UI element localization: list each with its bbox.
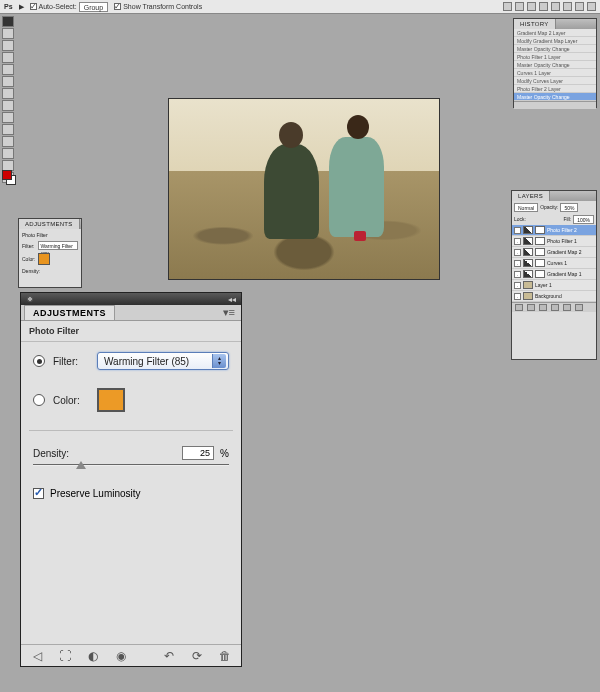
opacity-value[interactable]: 50% bbox=[560, 203, 578, 212]
history-tab[interactable]: History bbox=[514, 19, 556, 29]
history-row[interactable]: Photo Filter 1 Layer bbox=[514, 53, 596, 61]
history-row[interactable]: Modify Gradient Map Layer bbox=[514, 37, 596, 45]
history-list[interactable]: OpenDrag LayerGradient Map 1 LayerCustom… bbox=[514, 29, 596, 101]
document-canvas[interactable] bbox=[168, 98, 440, 280]
history-row[interactable]: Photo Filter 2 Layer bbox=[514, 85, 596, 93]
slider-knob[interactable] bbox=[76, 461, 86, 469]
density-slider[interactable] bbox=[33, 464, 229, 466]
preserve-luminosity-checkbox[interactable] bbox=[33, 488, 44, 499]
history-row[interactable]: Gradient Map 2 Layer bbox=[514, 29, 596, 37]
mini-filter-dropdown[interactable]: Warming Filter (85) bbox=[38, 241, 79, 250]
history-row[interactable]: Modify Curves Layer bbox=[514, 77, 596, 85]
brush-tool[interactable] bbox=[2, 88, 14, 99]
back-icon[interactable]: ◁ bbox=[29, 649, 45, 663]
density-input[interactable]: 25 bbox=[182, 446, 214, 460]
layer-row[interactable]: ·Gradient Map 1 bbox=[512, 269, 596, 280]
gradient-tool[interactable] bbox=[2, 124, 14, 135]
align-icon[interactable] bbox=[503, 2, 512, 11]
adjustments-mini-panel: Adjustments Photo Filter Filter: Warming… bbox=[18, 218, 82, 288]
mini-color-swatch[interactable] bbox=[38, 253, 50, 265]
layer-name: Photo Filter 2 bbox=[547, 227, 577, 233]
adjustments-tab[interactable]: ADJUSTMENTS bbox=[24, 305, 115, 320]
auto-select-checkbox[interactable] bbox=[30, 3, 37, 10]
align-icon[interactable] bbox=[551, 2, 560, 11]
color-label: Color: bbox=[53, 395, 89, 406]
visibility-toggle[interactable]: · bbox=[514, 293, 521, 300]
fill-value[interactable]: 100% bbox=[573, 215, 594, 224]
visibility-toggle[interactable]: · bbox=[514, 282, 521, 289]
move-tool[interactable] bbox=[2, 16, 14, 27]
filter-dropdown-value: Warming Filter (85) bbox=[104, 356, 189, 367]
visibility-toggle[interactable]: · bbox=[514, 249, 521, 256]
visibility-toggle[interactable]: · bbox=[514, 260, 521, 267]
color-swatch[interactable] bbox=[97, 388, 125, 412]
layer-name: Background bbox=[535, 293, 562, 299]
align-icon[interactable] bbox=[527, 2, 536, 11]
history-row[interactable]: Master Opacity Change bbox=[514, 93, 596, 101]
adjustments-panel: ◂◂ ADJUSTMENTS ▾≡ Photo Filter Filter: W… bbox=[20, 292, 242, 667]
history-row[interactable]: Master Opacity Change bbox=[514, 45, 596, 53]
mini-density-label: Density: bbox=[22, 268, 40, 274]
panel-titlebar[interactable]: ◂◂ bbox=[21, 293, 241, 305]
layer-row[interactable]: ·Background bbox=[512, 291, 596, 302]
stamp-tool[interactable] bbox=[2, 100, 14, 111]
collapse-icon[interactable]: ◂◂ bbox=[228, 295, 236, 304]
eraser-tool[interactable] bbox=[2, 112, 14, 123]
new-layer-icon[interactable] bbox=[563, 304, 571, 311]
layer-row[interactable]: ·Gradient Map 2 bbox=[512, 247, 596, 258]
layer-name: Gradient Map 1 bbox=[547, 271, 581, 277]
align-icon[interactable] bbox=[563, 2, 572, 11]
layer-row[interactable]: ·Curves 1 bbox=[512, 258, 596, 269]
wand-tool[interactable] bbox=[2, 52, 14, 63]
expand-icon[interactable]: ⛶ bbox=[57, 649, 73, 663]
mask-icon[interactable] bbox=[527, 304, 535, 311]
fx-icon[interactable] bbox=[515, 304, 523, 311]
show-transform-checkbox[interactable] bbox=[114, 3, 121, 10]
visibility-toggle[interactable]: · bbox=[514, 271, 521, 278]
adjustments-mini-tab[interactable]: Adjustments bbox=[19, 219, 80, 229]
align-icon[interactable] bbox=[575, 2, 584, 11]
align-icon[interactable] bbox=[539, 2, 548, 11]
filter-dropdown[interactable]: Warming Filter (85) bbox=[97, 352, 229, 370]
shape-tool[interactable] bbox=[2, 148, 14, 159]
panel-menu-icon[interactable]: ▾≡ bbox=[223, 306, 235, 319]
filter-radio[interactable] bbox=[33, 355, 45, 367]
eyedropper-tool[interactable] bbox=[2, 76, 14, 87]
adjustments-footer: ◁ ⛶ ◐ ◉ ↶ ⟳ 🗑 bbox=[21, 644, 241, 666]
visibility-icon[interactable]: ◉ bbox=[113, 649, 129, 663]
mini-filter-name: Photo Filter bbox=[22, 232, 78, 238]
align-icon[interactable] bbox=[587, 2, 596, 11]
history-row[interactable]: Curves 1 Layer bbox=[514, 69, 596, 77]
previous-state-icon[interactable]: ↶ bbox=[161, 649, 177, 663]
clip-icon[interactable]: ◐ bbox=[85, 649, 101, 663]
history-row[interactable]: Master Opacity Change bbox=[514, 61, 596, 69]
visibility-toggle[interactable]: · bbox=[514, 227, 521, 234]
fill-label: Fill: bbox=[563, 216, 571, 222]
layer-row[interactable]: ·Photo Filter 1 bbox=[512, 236, 596, 247]
tool-indicator: ▶ bbox=[19, 3, 24, 11]
foreground-swatch[interactable] bbox=[2, 170, 12, 180]
lasso-tool[interactable] bbox=[2, 40, 14, 51]
text-tool[interactable] bbox=[2, 136, 14, 147]
opacity-label: Opacity: bbox=[540, 204, 558, 210]
delete-icon[interactable]: 🗑 bbox=[217, 649, 233, 663]
trash-icon[interactable] bbox=[575, 304, 583, 311]
layer-thumb bbox=[523, 270, 533, 278]
group-icon[interactable] bbox=[551, 304, 559, 311]
layers-list[interactable]: ·Photo Filter 2·Photo Filter 1·Gradient … bbox=[512, 225, 596, 302]
layer-row[interactable]: ·Layer 1 bbox=[512, 280, 596, 291]
color-swatches[interactable] bbox=[2, 170, 16, 185]
align-icon[interactable] bbox=[515, 2, 524, 11]
crop-tool[interactable] bbox=[2, 64, 14, 75]
adjustment-icon[interactable] bbox=[539, 304, 547, 311]
layers-tab[interactable]: Layers bbox=[512, 191, 550, 201]
layer-name: Gradient Map 2 bbox=[547, 249, 581, 255]
auto-select-dropdown[interactable]: Group bbox=[79, 2, 108, 12]
visibility-toggle[interactable]: · bbox=[514, 238, 521, 245]
layer-row[interactable]: ·Photo Filter 2 bbox=[512, 225, 596, 236]
color-radio[interactable] bbox=[33, 394, 45, 406]
marquee-tool[interactable] bbox=[2, 28, 14, 39]
blend-mode-dropdown[interactable]: Normal bbox=[514, 203, 538, 212]
density-label: Density: bbox=[33, 448, 176, 459]
reset-icon[interactable]: ⟳ bbox=[189, 649, 205, 663]
